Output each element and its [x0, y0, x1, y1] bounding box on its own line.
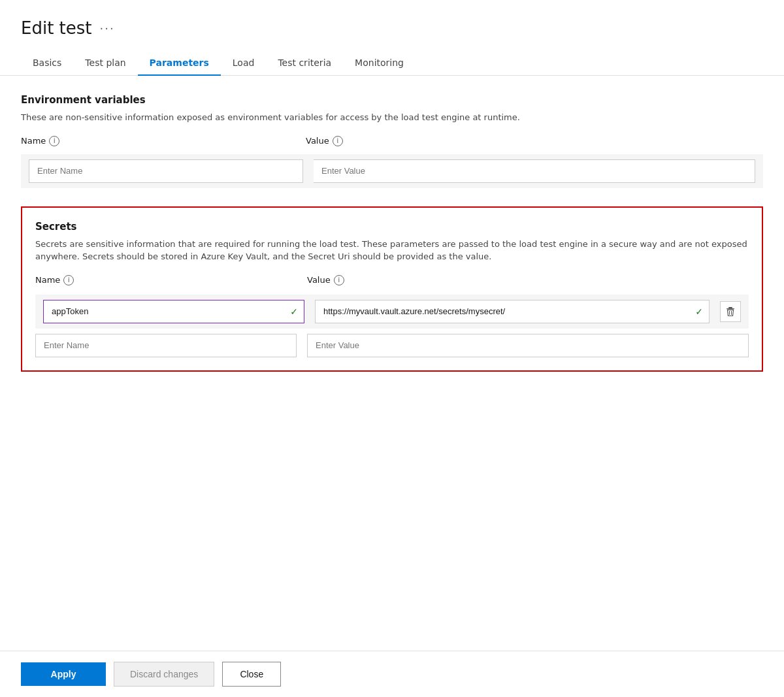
tabs-bar: Basics Test plan Parameters Load Test cr… — [0, 51, 784, 76]
svg-rect-0 — [728, 307, 732, 308]
secrets-name-info-icon[interactable]: i — [63, 275, 74, 285]
env-section-title: Environment variables — [21, 94, 763, 106]
apply-button[interactable]: Apply — [21, 662, 106, 686]
env-value-info-icon[interactable]: i — [333, 136, 343, 146]
secrets-value-wrapper: ✓ — [315, 300, 710, 323]
env-name-input[interactable] — [29, 159, 303, 183]
secrets-value-info-icon[interactable]: i — [334, 275, 344, 285]
env-inputs-row — [21, 154, 763, 188]
secrets-name-input-filled[interactable] — [43, 300, 304, 323]
secrets-name-input-empty[interactable] — [35, 334, 297, 357]
tab-test-criteria[interactable]: Test criteria — [266, 51, 343, 76]
env-variables-section: Environment variables These are non-sens… — [21, 94, 763, 188]
discard-changes-button: Discard changes — [114, 662, 214, 687]
tab-load[interactable]: Load — [221, 51, 267, 76]
secrets-value-input-empty[interactable] — [307, 334, 749, 357]
footer-bar: Apply Discard changes Close — [0, 651, 784, 697]
secrets-empty-row — [35, 334, 749, 357]
page-title: Edit test — [21, 18, 92, 38]
page-header: Edit test ··· — [0, 0, 784, 51]
secrets-name-wrapper: ✓ — [43, 300, 304, 323]
secrets-section: Secrets Secrets are sensitive informatio… — [21, 206, 763, 372]
env-section-desc: These are non-sensitive information expo… — [21, 111, 763, 124]
tab-test-plan[interactable]: Test plan — [73, 51, 137, 76]
secrets-section-title: Secrets — [35, 221, 749, 233]
svg-rect-1 — [727, 308, 734, 310]
secrets-section-desc: Secrets are sensitive information that a… — [35, 238, 749, 263]
env-label-row: Name i Value i — [21, 136, 763, 150]
delete-secret-button[interactable] — [720, 301, 741, 322]
secrets-name-check-icon: ✓ — [290, 306, 298, 317]
close-button[interactable]: Close — [222, 662, 281, 687]
more-options-icon[interactable]: ··· — [100, 22, 115, 35]
secrets-name-label: Name i — [35, 275, 297, 285]
secrets-label-row: Name i Value i — [35, 275, 749, 289]
secrets-value-label: Value i — [307, 275, 749, 285]
env-name-info-icon[interactable]: i — [49, 136, 59, 146]
tab-monitoring[interactable]: Monitoring — [343, 51, 416, 76]
trash-icon — [725, 306, 736, 317]
tab-parameters[interactable]: Parameters — [138, 51, 221, 76]
secrets-value-check-icon: ✓ — [695, 306, 703, 317]
env-value-label: Value i — [306, 136, 763, 146]
secrets-filled-row: ✓ ✓ — [35, 295, 749, 329]
secrets-value-input-filled[interactable] — [315, 300, 710, 323]
env-name-label: Name i — [21, 136, 295, 146]
tab-basics[interactable]: Basics — [21, 51, 73, 76]
env-value-input[interactable] — [314, 159, 755, 183]
main-content: Environment variables These are non-sens… — [0, 76, 784, 468]
